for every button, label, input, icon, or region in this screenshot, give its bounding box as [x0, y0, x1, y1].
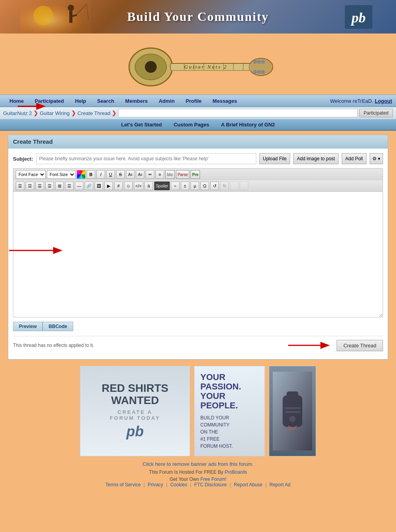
- svg-point-16: [261, 60, 265, 64]
- ad-mid-passion: YOURPASSION.YOURPEOPLE.: [200, 373, 241, 411]
- align-button[interactable]: ≡: [155, 170, 164, 179]
- smiley-button[interactable]: ☺: [124, 182, 133, 190]
- extra-button-1[interactable]: [230, 182, 239, 190]
- svg-point-15: [257, 60, 261, 64]
- align-center-button[interactable]: ☰: [26, 182, 34, 190]
- create-thread-button[interactable]: Create Thread: [337, 340, 383, 351]
- breadcrumb-guitarnutz[interactable]: GuitarNutz 2: [3, 110, 32, 116]
- editor-textarea[interactable]: [13, 191, 383, 317]
- nav-logout[interactable]: Logout: [375, 98, 392, 104]
- redo-button[interactable]: ↻: [220, 182, 229, 190]
- parse-button[interactable]: Parse: [176, 170, 189, 179]
- participated-button[interactable]: Participated: [359, 109, 393, 117]
- subnav-custom-pages[interactable]: Custom Pages: [174, 122, 209, 128]
- ad-left-line2: CREATE AFORUM TODAY: [110, 409, 160, 421]
- nav-welcome: Welcome reTrEaD. Logout: [330, 98, 392, 104]
- plus-minus-button[interactable]: ±: [181, 182, 189, 190]
- superscript-button[interactable]: As: [126, 170, 135, 179]
- number-list-button[interactable]: #: [114, 182, 123, 190]
- footer-remove-ads: Click here to remove banner ads from thi…: [8, 461, 388, 467]
- nav-search[interactable]: Search: [92, 96, 120, 106]
- no-effects-text: This thread has no effects applied to it…: [13, 343, 286, 348]
- guitar-logo: Guitar Nuts 2: [119, 39, 277, 91]
- ad-middle[interactable]: YOURPASSION.YOURPEOPLE. BUILD YOURCOMMUN…: [194, 366, 265, 456]
- ftc-link[interactable]: FTC Disclosure: [194, 482, 227, 488]
- hr-button[interactable]: —: [75, 182, 83, 190]
- justify-button[interactable]: ☰: [45, 182, 54, 190]
- paint-button[interactable]: ✏: [146, 170, 154, 179]
- media-button[interactable]: ▶: [104, 182, 113, 190]
- add-image-button[interactable]: Add image to post: [293, 153, 339, 164]
- divide-button[interactable]: ÷: [171, 182, 179, 190]
- terms-link[interactable]: Terms of Service: [105, 482, 141, 488]
- svg-text:pb: pb: [350, 10, 366, 26]
- upload-file-button[interactable]: Upload File: [259, 153, 291, 164]
- strike-button[interactable]: S: [116, 170, 125, 179]
- nav-participated[interactable]: Participated: [29, 96, 69, 106]
- ads-section: RED SHIRTSWANTED CREATE AFORUM TODAY pb …: [8, 366, 388, 456]
- breadcrumb-guitar-wiring[interactable]: Guitar Wiring: [40, 110, 70, 116]
- color-button[interactable]: [77, 170, 85, 179]
- main-content: Create Thread Subject: Upload File Add i…: [0, 131, 396, 499]
- nav-admin[interactable]: Admin: [153, 96, 180, 106]
- add-poll-button[interactable]: Add Poll: [342, 153, 366, 164]
- italic-button[interactable]: I: [96, 170, 105, 179]
- link-button[interactable]: 🔗: [85, 182, 93, 190]
- ad-left[interactable]: RED SHIRTSWANTED CREATE AFORUM TODAY pb: [80, 366, 190, 456]
- footer: Click here to remove banner ads from thi…: [8, 456, 388, 495]
- mu-button[interactable]: μ: [191, 182, 199, 190]
- create-thread-body: Subject: Upload File Add image to post A…: [8, 148, 388, 359]
- spoiler-button[interactable]: Spoiler: [154, 182, 170, 190]
- bbcode-tab[interactable]: BBCode: [43, 322, 73, 331]
- svg-point-14: [253, 60, 257, 64]
- font-face-select[interactable]: Font Face: [16, 170, 46, 179]
- ad-left-line1: RED SHIRTSWANTED: [102, 382, 168, 407]
- remove-ads-link[interactable]: Click here to remove banner ads from thi…: [142, 461, 254, 467]
- align-left-button[interactable]: ☰: [16, 182, 24, 190]
- nav-home[interactable]: Home: [4, 96, 29, 106]
- report-abuse-link[interactable]: Report Abuse: [234, 482, 263, 488]
- subnav-get-started[interactable]: Let's Get Started: [121, 122, 162, 128]
- breadcrumb-arrow-2: ❯: [71, 110, 76, 116]
- bbc-button[interactable]: bbc: [165, 170, 175, 179]
- gear-button[interactable]: ⚙ ▾: [370, 153, 383, 164]
- subject-input[interactable]: [36, 153, 256, 164]
- image-insert-button[interactable]: 🖼: [94, 182, 103, 190]
- font-size-select[interactable]: Font Size: [47, 170, 76, 179]
- underline-button[interactable]: U: [106, 170, 115, 179]
- extra-button-2[interactable]: [240, 182, 248, 190]
- breadcrumb-arrow-3: ❯: [112, 110, 117, 116]
- nav-members[interactable]: Members: [120, 96, 153, 106]
- subject-label: Subject:: [13, 156, 33, 162]
- svg-point-11: [145, 61, 157, 73]
- banner: Build Your Community pb: [0, 0, 396, 33]
- code-button[interactable]: </>: [134, 182, 143, 190]
- ad-right[interactable]: [269, 366, 316, 456]
- proboards-link[interactable]: ProBoards: [225, 469, 247, 475]
- privacy-link[interactable]: Privacy: [148, 482, 163, 488]
- table-button[interactable]: ⊞: [55, 182, 64, 190]
- banner-title: Build Your Community: [127, 9, 269, 24]
- pre-button[interactable]: Pre: [191, 170, 200, 179]
- svg-point-19: [261, 70, 265, 74]
- nav-messages[interactable]: Messages: [207, 96, 242, 106]
- subscript-button[interactable]: As: [136, 170, 144, 179]
- toolbar-row2: ☰ ☰ ☰ ☰ ⊞ ☰ — 🔗 🖼 ▶ # ☺ </> ä Spoiler ÷ …: [13, 180, 383, 191]
- nav-help[interactable]: Help: [70, 96, 92, 106]
- breadcrumb-create-thread[interactable]: Create Thread: [78, 110, 111, 116]
- special-char-button[interactable]: ä: [144, 182, 153, 190]
- footer-hosted: This Forum Is Hosted For FREE By ProBoar…: [8, 469, 388, 475]
- nav-profile[interactable]: Profile: [180, 96, 207, 106]
- omega-button[interactable]: Ω: [200, 182, 209, 190]
- preview-tab[interactable]: Preview: [13, 322, 43, 331]
- report-ad-link[interactable]: Report Ad: [270, 482, 291, 488]
- cookies-link[interactable]: Cookies: [170, 482, 187, 488]
- bold-button[interactable]: B: [87, 170, 95, 179]
- align-right-button[interactable]: ☰: [35, 182, 44, 190]
- subnav-history[interactable]: A Brief History of GN2: [221, 122, 275, 128]
- list-button[interactable]: ☰: [65, 182, 74, 190]
- undo-button[interactable]: ↺: [210, 182, 219, 190]
- breadcrumb-search-input[interactable]: [118, 109, 357, 117]
- free-forum-link[interactable]: Free Forum!: [200, 476, 226, 482]
- svg-point-42: [289, 416, 296, 422]
